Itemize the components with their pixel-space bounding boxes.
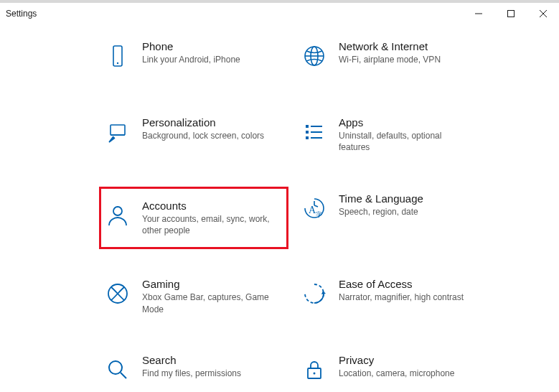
xbox-icon	[103, 279, 132, 308]
search-icon	[103, 355, 132, 384]
tile-desc: Link your Android, iPhone	[142, 54, 278, 65]
settings-grid: Phone Link your Android, iPhone Network …	[100, 36, 559, 392]
person-icon	[103, 201, 132, 230]
tile-desc: Speech, region, date	[339, 206, 475, 218]
minimize-button[interactable]	[462, 3, 494, 24]
tile-time-language[interactable]: A 字 Time & Language Speech, region, date	[297, 188, 484, 248]
svg-point-27	[314, 373, 316, 375]
tile-privacy[interactable]: Privacy Location, camera, microphone	[297, 350, 484, 392]
svg-rect-9	[111, 125, 125, 135]
svg-point-17	[113, 207, 122, 215]
tile-search[interactable]: Search Find my files, permissions	[100, 350, 287, 392]
close-button[interactable]	[527, 3, 559, 24]
tile-title: Time & Language	[339, 192, 478, 205]
tile-desc: Xbox Game Bar, captures, Game Mode	[142, 291, 278, 314]
tile-title: Accounts	[142, 200, 281, 212]
maximize-button[interactable]	[494, 3, 527, 24]
paintbrush-icon	[103, 118, 132, 146]
tile-desc: Narrator, magnifier, high contrast	[339, 291, 475, 303]
tile-desc: Wi-Fi, airplane mode, VPN	[339, 54, 475, 65]
tile-accounts[interactable]: Accounts Your accounts, email, sync, wor…	[100, 188, 287, 248]
phone-icon	[103, 42, 132, 70]
tile-desc: Background, lock screen, colors	[142, 130, 278, 141]
tile-title: Network & Internet	[339, 40, 478, 52]
settings-content: Phone Link your Android, iPhone Network …	[0, 24, 559, 392]
ease-of-access-icon	[300, 279, 329, 308]
minimize-icon	[475, 10, 482, 17]
tile-title: Gaming	[142, 278, 281, 290]
svg-rect-14	[311, 131, 322, 133]
svg-rect-15	[306, 136, 309, 139]
tile-title: Apps	[339, 116, 478, 129]
tile-title: Ease of Access	[339, 278, 478, 290]
titlebar: Settings	[0, 3, 559, 24]
tile-desc: Uninstall, defaults, optional features	[339, 130, 475, 153]
tile-title: Phone	[142, 40, 281, 52]
tile-network[interactable]: Network & Internet Wi-Fi, airplane mode,…	[297, 36, 484, 86]
tile-title: Personalization	[142, 116, 281, 129]
tile-personalization[interactable]: Personalization Background, lock screen,…	[100, 112, 287, 162]
tile-title: Search	[142, 354, 281, 366]
lock-icon	[300, 355, 329, 384]
tile-desc: Location, camera, microphone	[339, 368, 475, 379]
close-icon	[540, 10, 547, 17]
tile-phone[interactable]: Phone Link your Android, iPhone	[100, 36, 287, 86]
svg-rect-12	[311, 126, 322, 127]
svg-point-5	[117, 62, 118, 64]
svg-rect-13	[306, 131, 309, 134]
time-language-icon: A 字	[300, 194, 329, 223]
apps-list-icon	[300, 118, 329, 146]
svg-point-24	[109, 361, 122, 374]
svg-text:字: 字	[316, 211, 322, 218]
svg-rect-1	[507, 11, 514, 17]
tile-desc: Find my files, permissions	[142, 368, 278, 379]
tile-apps[interactable]: Apps Uninstall, defaults, optional featu…	[297, 112, 484, 162]
tile-ease-of-access[interactable]: Ease of Access Narrator, magnifier, high…	[297, 274, 484, 324]
globe-icon	[300, 42, 329, 70]
svg-rect-11	[306, 125, 309, 128]
svg-line-25	[121, 373, 126, 378]
tile-desc: Your accounts, email, sync, work, other …	[142, 213, 278, 236]
maximize-icon	[507, 10, 515, 17]
tile-title: Privacy	[339, 354, 478, 366]
svg-rect-16	[311, 137, 322, 139]
tile-gaming[interactable]: Gaming Xbox Game Bar, captures, Game Mod…	[100, 274, 287, 324]
window-title: Settings	[6, 9, 37, 19]
